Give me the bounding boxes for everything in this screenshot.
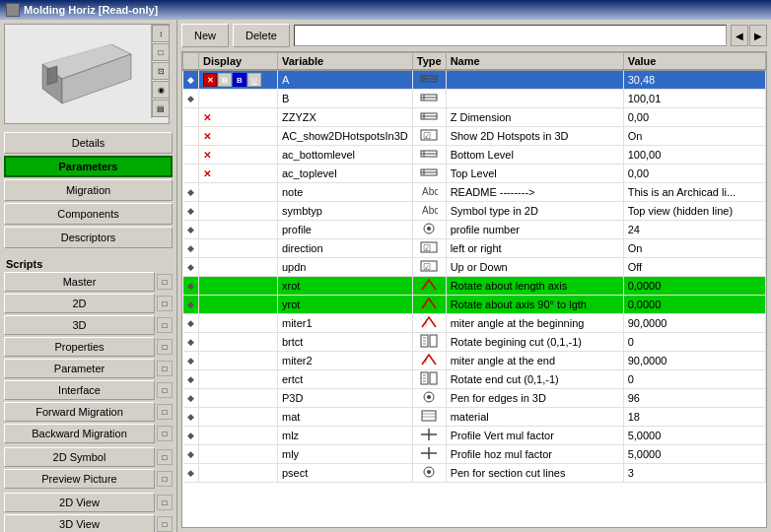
next-arrow-button[interactable]: ▶ — [749, 25, 767, 46]
row-type: Abc — [412, 183, 446, 202]
2d-view-button[interactable]: 2D View — [4, 493, 155, 512]
row-display[interactable] — [199, 277, 278, 296]
row-display[interactable] — [199, 333, 278, 352]
preview-icon-5[interactable]: ▤ — [152, 100, 170, 117]
table-row[interactable]: ◆direction☑left or rightOn — [183, 239, 766, 258]
row-display[interactable]: ✕ B B U — [199, 70, 278, 90]
row-value[interactable]: 0 — [623, 333, 765, 352]
preview-icon-4[interactable]: ◉ — [152, 81, 170, 99]
row-value[interactable]: 5,0000 — [623, 427, 765, 445]
row-value[interactable]: On — [623, 127, 765, 146]
row-display[interactable] — [199, 239, 278, 258]
new-button[interactable]: New — [181, 24, 229, 47]
interface-button[interactable]: Interface — [4, 380, 155, 400]
row-value[interactable]: 0,0000 — [623, 296, 765, 314]
table-row[interactable]: ✕ac_toplevelTop Level0,00 — [183, 165, 766, 183]
row-display[interactable] — [199, 389, 278, 408]
table-row[interactable]: ◆yrot!Rotate about axis 90° to lgth0,000… — [183, 296, 766, 314]
row-display[interactable] — [199, 352, 278, 370]
preview-picture-button[interactable]: Preview Picture — [4, 469, 155, 489]
row-display[interactable] — [199, 408, 278, 427]
forward-migration-button[interactable]: Forward Migration — [4, 402, 155, 422]
row-value[interactable]: On — [623, 239, 765, 258]
descriptors-button[interactable]: Descriptors — [4, 227, 173, 248]
row-display[interactable]: ✕ — [199, 108, 278, 127]
table-row[interactable]: ◆mlyProfile hoz mul factor5,0000 — [183, 445, 766, 464]
row-display[interactable]: ✕ — [199, 146, 278, 165]
row-value[interactable]: 5,0000 — [623, 445, 765, 464]
row-display[interactable] — [199, 370, 278, 389]
row-value[interactable]: 18 — [623, 408, 765, 427]
row-display[interactable] — [199, 314, 278, 333]
row-value[interactable]: 90,0000 — [623, 352, 765, 370]
search-input[interactable] — [294, 25, 727, 46]
delete-button[interactable]: Delete — [233, 24, 290, 47]
row-value[interactable]: 30,48 — [623, 70, 765, 90]
row-value[interactable]: Top view (hidden line) — [623, 202, 765, 221]
row-display[interactable] — [199, 90, 278, 108]
table-row[interactable]: ◆miter2!miter angle at the end90,0000 — [183, 352, 766, 370]
row-value[interactable]: This is an Archicad li... — [623, 183, 765, 202]
row-display[interactable] — [199, 258, 278, 277]
row-value[interactable]: 100,01 — [623, 90, 765, 108]
table-row[interactable]: ✕ac_bottomlevelBottom Level100,00 — [183, 146, 766, 165]
table-row[interactable]: ◆matmaterial18 — [183, 408, 766, 427]
row-value[interactable]: 96 — [623, 389, 765, 408]
parameter-button[interactable]: Parameter — [4, 359, 155, 378]
row-display[interactable] — [199, 427, 278, 445]
table-row[interactable]: ✕ZZYZXZ Dimension0,00 — [183, 108, 766, 127]
preview-icon-2[interactable]: □ — [152, 43, 170, 61]
row-value[interactable]: 90,0000 — [623, 314, 765, 333]
details-button[interactable]: Details — [4, 132, 173, 154]
table-row[interactable]: ◆ ✕ B B U A30,48 — [183, 70, 766, 90]
row-value[interactable]: Off — [623, 258, 765, 277]
table-container[interactable]: Display Variable Type Name Value ◆ ✕ B B… — [181, 51, 767, 528]
table-row[interactable]: ◆ertctRotate end cut (0,1,-1)0 — [183, 370, 766, 389]
table-row[interactable]: ◆miter1!miter angle at the beginning90,0… — [183, 314, 766, 333]
table-row[interactable]: ◆updn☑Up or DownOff — [183, 258, 766, 277]
row-display[interactable] — [199, 445, 278, 464]
row-value[interactable]: 0,00 — [623, 165, 765, 183]
table-row[interactable]: ◆profileprofile number24 — [183, 221, 766, 239]
table-row[interactable]: ◆brtctRotate begining cut (0,1,-1)0 — [183, 333, 766, 352]
table-row[interactable]: ◆B100,01 — [183, 90, 766, 108]
prev-arrow-button[interactable]: ◀ — [731, 25, 748, 46]
row-value[interactable]: 3 — [623, 464, 765, 483]
parameters-button[interactable]: Parameters — [4, 156, 173, 177]
row-value[interactable]: 0,00 — [623, 108, 765, 127]
3d-button[interactable]: 3D — [4, 315, 155, 335]
table-row[interactable]: ◆noteAbcREADME -------->This is an Archi… — [183, 183, 766, 202]
row-display[interactable] — [199, 221, 278, 239]
table-row[interactable]: ◆mlzProfile Vert mul factor5,0000 — [183, 427, 766, 445]
table-row[interactable]: ◆psectPen for section cut lines3 — [183, 464, 766, 483]
row-value[interactable]: 0,0000 — [623, 277, 765, 296]
row-arrow: ◆ — [183, 202, 199, 221]
row-display[interactable]: ✕ — [199, 127, 278, 146]
2d-view-icon: □ — [157, 495, 173, 510]
components-button[interactable]: Components — [4, 203, 173, 225]
2d-view-row: 2D View □ — [4, 493, 173, 512]
row-display[interactable] — [199, 296, 278, 314]
preview-icon-1[interactable]: ↕ — [152, 25, 170, 42]
row-value[interactable]: 0 — [623, 370, 765, 389]
3d-view-button[interactable]: 3D View — [4, 514, 155, 532]
2d-button[interactable]: 2D — [4, 294, 155, 313]
properties-button[interactable]: Properties — [4, 337, 155, 357]
table-row[interactable]: ✕AC_show2DHotspotsIn3D☑Show 2D Hotspots … — [183, 127, 766, 146]
row-display[interactable] — [199, 464, 278, 483]
row-value[interactable]: 24 — [623, 221, 765, 239]
migration-button[interactable]: Migration — [4, 179, 173, 201]
row-display[interactable]: ✕ — [199, 165, 278, 183]
row-display[interactable] — [199, 202, 278, 221]
master-row: Master □ — [4, 272, 173, 292]
preview-icon-3[interactable]: ⊡ — [152, 62, 170, 80]
master-button[interactable]: Master — [4, 272, 155, 292]
row-value[interactable]: 100,00 — [623, 146, 765, 165]
table-row[interactable]: ◆xrot!Rotate about length axis0,0000 — [183, 277, 766, 296]
backward-migration-button[interactable]: Backward Migration — [4, 424, 155, 443]
2d-symbol-button[interactable]: 2D Symbol — [4, 447, 155, 467]
table-row[interactable]: ◆P3DPen for edges in 3D96 — [183, 389, 766, 408]
table-row[interactable]: ◆symbtypAbcSymbol type in 2DTop view (hi… — [183, 202, 766, 221]
row-display[interactable] — [199, 183, 278, 202]
row-variable: P3D — [278, 389, 413, 408]
